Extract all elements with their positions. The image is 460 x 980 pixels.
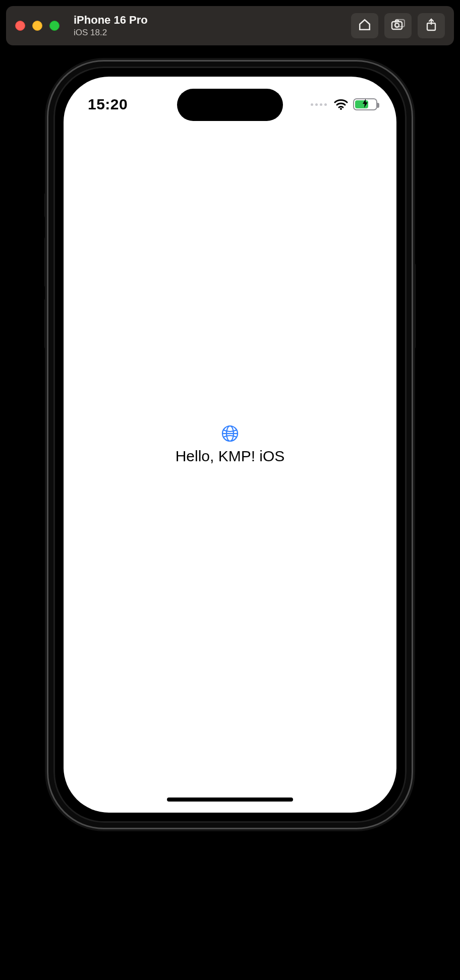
device-frame: 15:20 xyxy=(48,62,412,828)
globe-icon xyxy=(221,424,239,445)
os-version-label: iOS 18.2 xyxy=(74,28,148,38)
simulator-actions xyxy=(351,13,445,38)
greeting-label: Hello, KMP! iOS xyxy=(176,448,285,465)
volume-up-button[interactable] xyxy=(44,237,48,287)
simulator-window-bar: iPhone 16 Pro iOS 18.2 xyxy=(6,6,454,45)
device-outer-shell: 15:20 xyxy=(48,62,412,828)
home-indicator[interactable] xyxy=(167,798,293,802)
side-lock-button[interactable] xyxy=(412,263,416,349)
window-zoom-button[interactable] xyxy=(49,21,60,31)
screenshot-icon xyxy=(391,18,405,33)
device-screen: 15:20 xyxy=(64,77,396,813)
app-content: Hello, KMP! iOS xyxy=(64,77,396,813)
wifi-icon xyxy=(334,99,348,110)
simulator-title: iPhone 16 Pro iOS 18.2 xyxy=(74,14,148,38)
mute-switch[interactable] xyxy=(44,193,48,218)
charging-bolt-icon xyxy=(362,99,368,110)
share-icon xyxy=(425,18,437,33)
status-right-cluster xyxy=(311,98,377,110)
volume-down-button[interactable] xyxy=(44,298,48,349)
battery-icon xyxy=(353,98,377,110)
device-name-label: iPhone 16 Pro xyxy=(74,14,148,27)
window-traffic-lights xyxy=(15,21,60,31)
screenshot-button[interactable] xyxy=(384,13,412,38)
home-button[interactable] xyxy=(351,13,378,38)
device-inner-shell: 15:20 xyxy=(53,67,407,823)
cellular-dots-icon xyxy=(311,103,327,106)
status-time: 15:20 xyxy=(88,96,128,113)
window-close-button[interactable] xyxy=(15,21,25,31)
dynamic-island xyxy=(177,89,283,121)
window-minimize-button[interactable] xyxy=(32,21,42,31)
svg-point-4 xyxy=(340,108,342,110)
share-button[interactable] xyxy=(418,13,445,38)
home-icon xyxy=(358,18,371,33)
